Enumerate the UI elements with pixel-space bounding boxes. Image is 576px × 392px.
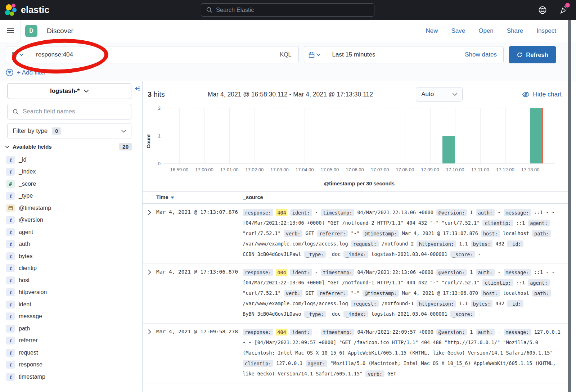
refresh-button[interactable]: Refresh <box>509 46 556 63</box>
calendar-icon <box>309 52 315 58</box>
source-value: _doc <box>329 251 341 257</box>
field-item[interactable]: thttpversion <box>0 287 143 299</box>
open-button[interactable]: Open <box>478 27 494 35</box>
source-value: ::1 <box>516 220 525 226</box>
field-type-string-icon: t <box>6 361 15 369</box>
source-field-badge: auth: <box>476 269 495 276</box>
source-field-badge: verb: <box>284 290 303 297</box>
field-item[interactable]: tpath <box>0 323 143 335</box>
x-axis-title: @timestamp per 30 seconds <box>164 181 555 186</box>
source-field-badge: request: <box>351 240 379 247</box>
global-search-placeholder: Search Elastic <box>216 6 254 13</box>
source-field-badge: ident: <box>290 329 312 335</box>
row-time: Mar 4, 2021 @ 17:09:58.278 <box>156 327 243 334</box>
field-item[interactable]: tresponse <box>0 359 143 371</box>
source-field-badge: @version: <box>436 209 467 216</box>
available-fields-toggle[interactable]: Available fields 20 <box>5 143 132 150</box>
field-item[interactable]: #_score <box>0 178 143 190</box>
histogram-chart[interactable]: 16:59:0017:00:0017:01:0017:02:0017:03:00… <box>164 108 555 164</box>
chevron-down-icon <box>84 90 89 93</box>
add-filter-button[interactable]: + Add filter <box>6 69 46 76</box>
histogram-bar[interactable] <box>442 136 455 163</box>
notification-dot <box>565 3 570 8</box>
help-icon[interactable] <box>538 6 547 14</box>
expand-row-icon[interactable] <box>143 207 156 215</box>
field-item[interactable]: tclientip <box>0 262 143 275</box>
refresh-label: Refresh <box>526 51 548 58</box>
share-button[interactable]: Share <box>507 27 523 35</box>
expand-row-icon[interactable] <box>143 267 156 275</box>
menu-icon[interactable] <box>0 20 21 42</box>
row-time: Mar 4, 2021 @ 17:13:07.876 <box>156 207 243 215</box>
quick-select-menu-button[interactable] <box>304 46 325 63</box>
save-button[interactable]: Save <box>451 27 465 35</box>
source-field-badge: _id: <box>507 300 523 307</box>
field-item[interactable]: t_id <box>0 154 143 166</box>
source-value: 127.0.0.1 <box>276 360 302 366</box>
source-field-badge: message: <box>504 329 531 335</box>
new-button[interactable]: New <box>426 27 438 35</box>
field-item[interactable]: t@version <box>0 214 143 226</box>
field-item[interactable]: treferrer <box>0 335 143 347</box>
doc-table-rows: Mar 4, 2021 @ 17:13:07.876response: 404 … <box>143 204 568 392</box>
newsfeed-icon[interactable] <box>559 5 568 14</box>
hide-chart-button[interactable]: Hide chart <box>522 91 562 98</box>
source-value: ::1 <box>516 280 525 285</box>
chevron-down-icon <box>121 130 126 133</box>
field-name: request <box>19 350 38 356</box>
source-value: 432 <box>496 301 504 306</box>
source-field-badge: clientip: <box>243 360 273 367</box>
row-time: Mar 4, 2021 @ 17:13:06.870 <box>156 267 243 275</box>
field-item[interactable]: t_type <box>0 190 143 202</box>
saved-query-menu-button[interactable] <box>6 46 29 63</box>
field-item[interactable]: tmessage <box>0 311 143 323</box>
show-dates-button[interactable]: Show dates <box>465 51 503 58</box>
source-field-badge: host: <box>481 230 500 237</box>
global-search-input[interactable]: Search Elastic <box>201 3 374 17</box>
source-value: 404 <box>276 329 287 335</box>
source-field-badge: request: <box>351 300 379 307</box>
source-value: 04/Mar/2021:22:09:57 +0000 <box>357 329 433 335</box>
index-pattern-select[interactable]: logstash-* <box>7 83 131 99</box>
field-type-number-icon: # <box>6 180 15 188</box>
source-field-badge: verb: <box>365 370 384 377</box>
time-range-value[interactable]: Last 15 minutes <box>325 51 465 58</box>
source-field-badge: clientip: <box>482 220 513 226</box>
refresh-icon <box>517 52 523 58</box>
field-item[interactable]: tbytes <box>0 250 143 262</box>
source-field-badge: @timestamp: <box>363 290 399 297</box>
field-item[interactable]: tident <box>0 298 143 311</box>
field-item[interactable]: tagent <box>0 226 143 238</box>
filter-by-type-select[interactable]: Filter by type 0 <box>7 123 131 139</box>
source-value: ByBN_3cB04dGovJLOawo <box>243 311 301 317</box>
source-field-badge: message: <box>504 269 531 276</box>
query-input[interactable]: response:404 <box>29 51 273 58</box>
elastic-home-link[interactable]: elastic <box>5 4 49 17</box>
field-item[interactable]: tauth <box>0 238 143 251</box>
source-field-badge: host: <box>481 290 500 297</box>
source-value: - <box>315 269 318 275</box>
discover-app-badge[interactable]: D <box>25 25 37 37</box>
page-scrollbar[interactable] <box>568 20 571 392</box>
field-item[interactable]: t_index <box>0 166 143 178</box>
field-item[interactable]: trequest <box>0 347 143 359</box>
search-field-names-input[interactable]: Search field names <box>7 104 131 120</box>
source-value: GET <box>387 371 396 377</box>
time-column-header[interactable]: Time <box>156 194 174 200</box>
inspect-button[interactable]: Inspect <box>536 27 556 35</box>
filter-by-type-label: Filter by type <box>13 127 48 135</box>
source-value: "curl/7.52.1" <box>243 230 281 236</box>
collapse-sidebar-icon[interactable] <box>134 85 141 93</box>
query-language-button[interactable]: KQL <box>273 51 298 58</box>
x-tick-label: 17:09:00 <box>421 167 439 172</box>
source-field-badge: httpversion: <box>417 240 456 247</box>
source-value: /notfound-2 <box>382 241 414 247</box>
source-field-badge: clientip: <box>482 279 513 286</box>
field-item[interactable]: thost <box>0 274 143 287</box>
interval-select[interactable]: Auto <box>416 87 463 102</box>
available-fields-count-badge: 20 <box>119 143 132 150</box>
x-tick-label: 17:12:00 <box>496 167 514 172</box>
expand-row-icon[interactable] <box>143 327 156 334</box>
field-item[interactable]: @timestamp <box>0 202 143 214</box>
field-item[interactable]: ttimestamp <box>0 371 143 383</box>
